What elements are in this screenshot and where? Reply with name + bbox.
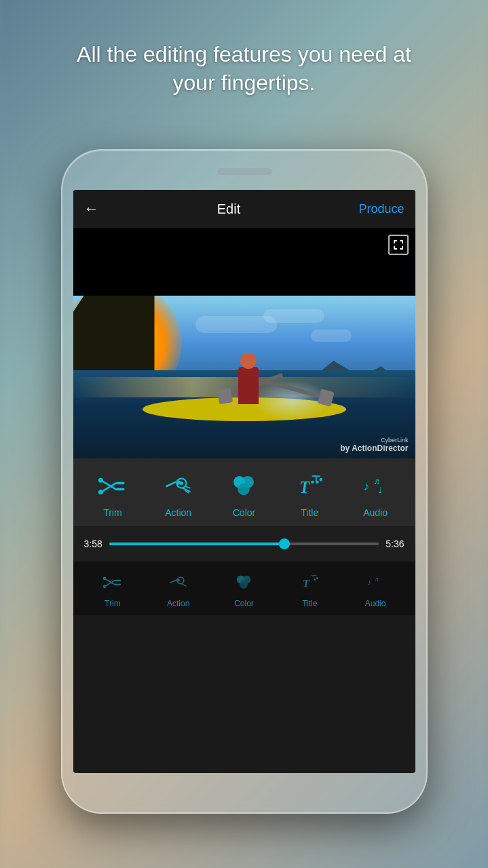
watermark-brand: by ActionDirector xyxy=(340,443,408,453)
bottom-tool-title[interactable]: T Title xyxy=(286,570,333,608)
watermark-line1: CyberLink xyxy=(340,437,408,443)
main-toolbar: Trim xyxy=(73,458,415,526)
title-label: Title xyxy=(301,507,318,518)
action-icon xyxy=(162,469,195,503)
back-button[interactable]: ← xyxy=(84,200,99,218)
person-silhouette xyxy=(228,343,269,404)
paddle-blade-left xyxy=(217,387,233,404)
progress-track[interactable] xyxy=(109,542,379,545)
trim-icon xyxy=(96,469,130,503)
bottom-action-label: Action xyxy=(167,599,189,608)
svg-point-10 xyxy=(98,478,103,483)
bottom-audio-label: Audio xyxy=(365,599,386,608)
video-black-top xyxy=(73,228,415,296)
tool-action[interactable]: Action xyxy=(151,469,206,518)
bottom-toolbar-icons-row: Trim Action xyxy=(73,570,415,608)
action-label: Action xyxy=(165,507,191,518)
color-icon xyxy=(227,469,261,503)
audio-icon: ♪ ♬ ♩ xyxy=(358,469,392,503)
toolbar-icons-row: Trim xyxy=(73,469,415,518)
tool-title[interactable]: T Title xyxy=(282,469,337,518)
phone-speaker xyxy=(217,168,271,175)
svg-text:T: T xyxy=(303,577,310,590)
svg-point-35 xyxy=(102,577,106,580)
bottom-toolbar: Trim Action xyxy=(73,561,415,615)
color-label: Color xyxy=(233,507,255,518)
svg-point-48 xyxy=(316,577,318,579)
cloud-2 xyxy=(263,309,324,323)
svg-line-42 xyxy=(181,584,186,587)
trim-label: Trim xyxy=(103,507,121,518)
tool-trim[interactable]: Trim xyxy=(86,469,140,518)
svg-point-29 xyxy=(311,481,314,484)
title-icon: T xyxy=(293,469,326,503)
bottom-tool-audio[interactable]: ♪ ♬ Audio xyxy=(352,570,399,608)
bottom-tool-action[interactable]: Action xyxy=(155,570,202,608)
bottom-title-icon: T xyxy=(297,570,322,595)
bottom-audio-icon: ♪ ♬ xyxy=(362,570,388,595)
svg-rect-37 xyxy=(115,580,121,581)
time-start: 3:58 xyxy=(84,538,102,549)
phone-screen: ← Edit Produce xyxy=(73,190,415,773)
svg-point-28 xyxy=(320,478,322,481)
screen-title: Edit xyxy=(217,201,240,217)
progress-thumb[interactable] xyxy=(279,538,290,549)
svg-point-23 xyxy=(238,484,250,496)
bottom-color-icon xyxy=(231,570,257,595)
bottom-trim-icon xyxy=(100,570,126,595)
svg-point-36 xyxy=(102,585,106,589)
svg-text:♪: ♪ xyxy=(367,578,371,587)
bottom-tool-color[interactable]: Color xyxy=(220,570,267,608)
svg-rect-5 xyxy=(394,246,395,250)
svg-line-19 xyxy=(186,487,189,488)
progress-fill xyxy=(109,542,284,545)
person-head xyxy=(240,353,257,369)
fullscreen-button[interactable] xyxy=(388,235,409,255)
watermark: CyberLink by ActionDirector xyxy=(340,437,408,453)
top-bar: ← Edit Produce xyxy=(73,190,415,228)
svg-text:♪: ♪ xyxy=(363,479,369,493)
person-body xyxy=(238,367,259,404)
svg-rect-13 xyxy=(115,488,124,491)
svg-rect-12 xyxy=(115,482,124,485)
bottom-tool-trim[interactable]: Trim xyxy=(89,570,136,608)
tool-audio[interactable]: ♪ ♬ ♩ Audio xyxy=(348,469,402,518)
svg-point-45 xyxy=(240,580,248,589)
time-end: 5:36 xyxy=(386,538,404,549)
timeline-area: 3:58 5:36 xyxy=(73,526,415,561)
svg-point-11 xyxy=(98,490,103,494)
svg-text:T: T xyxy=(299,478,310,496)
bottom-color-label: Color xyxy=(234,599,254,608)
svg-rect-38 xyxy=(115,584,121,585)
svg-text:♬: ♬ xyxy=(374,576,379,583)
audio-label: Audio xyxy=(363,507,388,518)
phone-mockup: ← Edit Produce xyxy=(61,149,428,814)
headline-area: All the editing features you need at you… xyxy=(0,41,488,97)
svg-text:♩: ♩ xyxy=(378,486,382,495)
bottom-title-label: Title xyxy=(302,599,317,608)
kayak-scene: CyberLink by ActionDirector xyxy=(73,296,415,458)
svg-line-40 xyxy=(170,580,177,583)
bottom-action-icon xyxy=(166,570,191,595)
bottom-trim-label: Trim xyxy=(105,599,121,608)
svg-marker-41 xyxy=(177,578,181,582)
video-preview: CyberLink by ActionDirector xyxy=(73,228,415,458)
svg-line-16 xyxy=(166,482,175,486)
produce-button[interactable]: Produce xyxy=(358,202,404,216)
cloud-3 xyxy=(311,330,352,342)
svg-point-27 xyxy=(316,481,319,484)
svg-point-47 xyxy=(314,578,316,580)
headline-text: All the editing features you need at you… xyxy=(27,41,461,97)
svg-rect-7 xyxy=(402,246,403,250)
svg-rect-1 xyxy=(394,240,395,243)
svg-rect-3 xyxy=(402,240,403,243)
tool-color[interactable]: Color xyxy=(217,469,271,518)
